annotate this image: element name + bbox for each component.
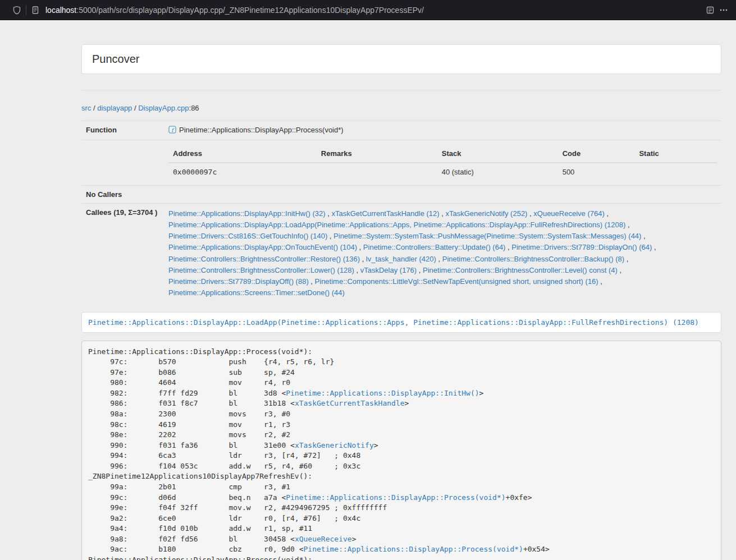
- callee-link[interactable]: Pinetime::Drivers::Cst816S::GetTouchInfo…: [168, 232, 327, 240]
- callee-link[interactable]: Pinetime::Applications::DisplayApp::Load…: [168, 221, 625, 229]
- callee-link[interactable]: Pinetime::Controllers::BrightnessControl…: [168, 266, 354, 274]
- tracking-protection-shield-icon[interactable]: [12, 6, 21, 15]
- column-header: Stack: [437, 145, 558, 163]
- page-actions-ellipsis-icon[interactable]: [719, 6, 728, 15]
- callee-link[interactable]: Pinetime::Controllers::Battery::Update()…: [363, 243, 506, 251]
- empty-label-cell: [81, 140, 164, 186]
- function-type-icon: f: [168, 126, 176, 135]
- page-info-icon[interactable]: [31, 6, 40, 15]
- callee-link[interactable]: Pinetime::Applications::Screens::Timer::…: [168, 288, 345, 297]
- no-callers-row: No Callers: [81, 186, 721, 204]
- urlbar[interactable]: localhost:5000/path/src/displayapp/Displ…: [45, 6, 424, 15]
- metric-value: 500: [558, 163, 635, 181]
- highlighted-callee-panel: Pinetime::Applications::DisplayApp::Load…: [81, 312, 721, 333]
- column-header: Remarks: [317, 145, 437, 163]
- breadcrumb-link[interactable]: displayapp: [97, 104, 132, 112]
- callees-list: Pinetime::Applications::DisplayApp::Init…: [164, 204, 721, 304]
- callee-link[interactable]: Pinetime::Applications::DisplayApp::OnTo…: [168, 243, 357, 251]
- breadcrumb-separator: /: [91, 104, 97, 112]
- callee-separator: ,: [527, 209, 533, 218]
- breadcrumb-link[interactable]: src: [81, 104, 91, 112]
- function-label: Function: [81, 121, 164, 140]
- disassembly-symbol-link[interactable]: Pinetime::Applications::DisplayApp::Proc…: [304, 545, 523, 553]
- urlbar-divider: [26, 5, 26, 15]
- callee-link[interactable]: Pinetime::Drivers::St7789::DisplayOn() (…: [511, 243, 652, 251]
- callee-separator: ,: [505, 243, 511, 251]
- header-divider: [81, 90, 721, 90]
- function-table: Function f Pinetime::Applications::Displ…: [81, 121, 721, 303]
- callee-link[interactable]: Pinetime::Components::LittleVgl::SetNewT…: [315, 277, 598, 286]
- breadcrumb-separator: /: [132, 104, 138, 112]
- callee-separator: ,: [357, 243, 363, 251]
- callee-link[interactable]: Pinetime::Controllers::BrightnessControl…: [168, 255, 360, 263]
- metrics-header-row: AddressRemarksStackCodeStatic: [168, 145, 717, 163]
- callee-link[interactable]: Pinetime::Controllers::BrightnessControl…: [442, 255, 624, 263]
- metrics-table: AddressRemarksStackCodeStatic 0x0000097c…: [168, 145, 717, 181]
- no-callers-label: No Callers: [81, 186, 164, 204]
- callees-row: Callees (19, Σ=3704 ) Pinetime::Applicat…: [81, 204, 721, 304]
- callee-link[interactable]: Pinetime::Drivers::St7789::DisplayOff() …: [168, 277, 309, 286]
- function-name: Pinetime::Applications::DisplayApp::Proc…: [179, 126, 344, 134]
- no-callers-empty-cell: [164, 186, 721, 204]
- callee-separator: ,: [652, 243, 656, 251]
- callee-separator: ,: [598, 277, 602, 286]
- metrics-row: AddressRemarksStackCodeStatic 0x0000097c…: [81, 140, 721, 186]
- callee-separator: ,: [417, 266, 423, 274]
- metric-value: 40 (static): [437, 163, 558, 181]
- metric-value: [317, 163, 437, 181]
- reader-mode-icon[interactable]: [706, 6, 715, 15]
- callee-link[interactable]: Pinetime::Applications::DisplayApp::Init…: [168, 209, 326, 218]
- url-host: localhost: [45, 6, 76, 15]
- column-header: Code: [558, 145, 635, 163]
- disassembly-symbol-link[interactable]: xTaskGetCurrentTaskHandle: [295, 399, 405, 407]
- callee-separator: ,: [327, 232, 333, 240]
- breadcrumb-link[interactable]: DisplayApp.cpp: [138, 104, 189, 112]
- metrics-data-row: 0x0000097c40 (static)500: [168, 163, 717, 181]
- disassembly-symbol-link[interactable]: xQueueReceive: [295, 535, 352, 543]
- site-header-panel: Puncover: [81, 44, 721, 74]
- metric-value: 0x0000097c: [168, 163, 317, 181]
- disassembly: Pinetime::Applications::DisplayApp::Proc…: [81, 341, 721, 560]
- url-path: :5000/path/src/displayapp/DisplayApp.cpp…: [76, 6, 424, 15]
- callee-separator: ,: [326, 209, 332, 218]
- column-header: Static: [634, 145, 717, 163]
- metric-value: [634, 163, 717, 181]
- callee-separator: ,: [309, 277, 315, 286]
- callee-separator: ,: [354, 266, 360, 274]
- function-name-cell: f Pinetime::Applications::DisplayApp::Pr…: [164, 121, 721, 140]
- breadcrumb: src / displayapp / DisplayApp.cpp:86: [81, 104, 721, 112]
- callee-separator: ,: [625, 221, 629, 229]
- disassembly-symbol-link[interactable]: Pinetime::Applications::DisplayApp::Proc…: [286, 493, 505, 502]
- callee-link[interactable]: vTaskDelay (176): [360, 266, 417, 274]
- browser-toolbar: localhost:5000/path/src/displayapp/Displ…: [0, 0, 736, 20]
- column-header: Address: [168, 145, 317, 163]
- disassembly-symbol-link[interactable]: xTaskGenericNotify: [295, 441, 374, 449]
- callee-link[interactable]: xQueueReceive (764): [533, 209, 604, 218]
- function-row: Function f Pinetime::Applications::Displ…: [81, 121, 721, 140]
- highlighted-callee-link[interactable]: Pinetime::Applications::DisplayApp::Load…: [88, 318, 699, 327]
- main-content: Puncover src / displayapp / DisplayApp.c…: [81, 44, 721, 560]
- callees-label: Callees (19, Σ=3704 ): [81, 204, 164, 304]
- callee-link[interactable]: xTaskGetCurrentTaskHandle (12): [331, 209, 439, 218]
- callee-separator: ,: [641, 232, 645, 240]
- callee-separator: ,: [360, 255, 366, 263]
- callee-separator: ,: [624, 255, 628, 263]
- breadcrumb-line-number: :86: [189, 104, 199, 112]
- callee-link[interactable]: Pinetime::System::SystemTask::PushMessag…: [333, 232, 641, 240]
- callee-separator: ,: [436, 255, 442, 263]
- metrics-cell: AddressRemarksStackCodeStatic 0x0000097c…: [164, 140, 721, 186]
- callee-link[interactable]: lv_task_handler (420): [366, 255, 436, 263]
- disassembly-symbol-link[interactable]: Pinetime::Applications::DisplayApp::Init…: [286, 389, 479, 397]
- page-title: Puncover: [92, 53, 711, 66]
- callee-separator: ,: [605, 209, 609, 218]
- callee-link[interactable]: Pinetime::Controllers::BrightnessControl…: [423, 266, 618, 274]
- callee-separator: ,: [618, 266, 621, 274]
- callee-link[interactable]: xTaskGenericNotify (252): [446, 209, 528, 218]
- callee-separator: ,: [440, 209, 446, 218]
